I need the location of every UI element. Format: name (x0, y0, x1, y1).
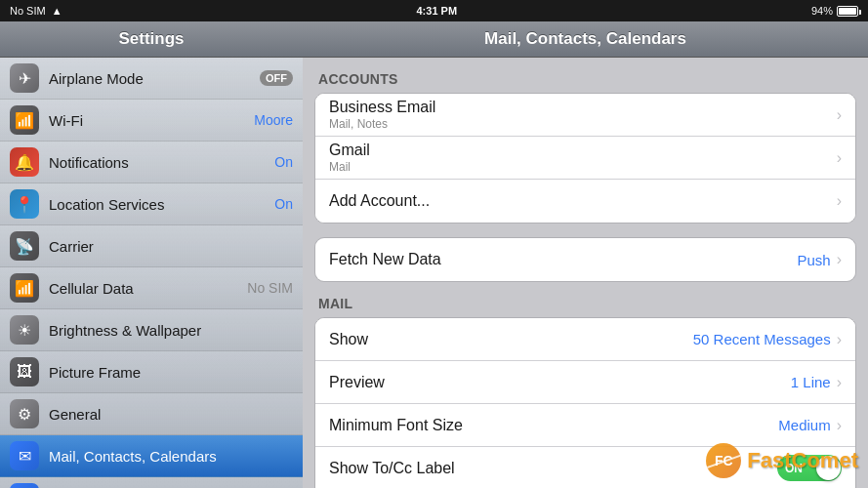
setting-row-business-email[interactable]: Business EmailMail, Notes› (315, 94, 855, 137)
sidebar-item-location-services[interactable]: 📍Location ServicesOn (0, 183, 303, 225)
carrier-label: Carrier (49, 238, 293, 255)
right-panel-title: Mail, Contacts, Calendars (303, 21, 868, 58)
status-bar: No SIM ▲ 4:31 PM 94% (0, 0, 868, 21)
safari-icon: 🧭 (10, 483, 39, 488)
cellular-data-value: No SIM (247, 280, 293, 296)
section-group-fetch-new-data: Fetch New DataPush› (314, 237, 856, 282)
watermark: FC FastComet (706, 443, 858, 478)
business-email-chevron: › (837, 106, 842, 124)
sidebar: Settings ✈Airplane ModeOFF📶Wi-FiMoore🔔No… (0, 21, 303, 488)
preview-chevron: › (837, 374, 842, 391)
battery-icon (837, 6, 858, 17)
wifi-label: Wi-Fi (49, 112, 254, 129)
add-account-label: Add Account... (329, 192, 837, 210)
battery-label: 94% (811, 5, 833, 17)
cellular-data-label: Cellular Data (49, 280, 247, 297)
sidebar-item-mail-contacts-calendars[interactable]: ✉Mail, Contacts, Calendars (0, 435, 303, 477)
right-content: AccountsBusiness EmailMail, Notes›GmailM… (303, 58, 868, 488)
business-email-sublabel: Mail, Notes (329, 117, 837, 131)
watermark-icon: FC (706, 443, 741, 478)
brightness-wallpaper-icon: ☀ (10, 315, 39, 345)
status-left: No SIM ▲ (10, 5, 62, 17)
fetch-new-data-row-value: Push (797, 252, 830, 268)
preview-value: 1 Line (791, 374, 831, 390)
show-value: 50 Recent Messages (693, 331, 831, 347)
sidebar-item-notifications[interactable]: 🔔NotificationsOn (0, 142, 303, 183)
fetch-new-data-row-chevron: › (837, 251, 842, 268)
wifi-value: Moore (254, 112, 293, 128)
preview-label: Preview (329, 374, 791, 391)
setting-row-minimum-font-size[interactable]: Minimum Font SizeMedium› (315, 404, 855, 447)
sidebar-item-carrier[interactable]: 📡Carrier (0, 225, 303, 267)
wifi-icon: ▲ (52, 5, 62, 17)
fetch-new-data-row-label: Fetch New Data (329, 251, 797, 268)
setting-row-fetch-new-data-row[interactable]: Fetch New DataPush› (315, 238, 855, 281)
sidebar-item-picture-frame[interactable]: 🖼Picture Frame (0, 351, 303, 393)
section-title-mail: Mail (314, 296, 856, 311)
business-email-label: Business Email (329, 99, 837, 116)
location-services-label: Location Services (49, 196, 274, 213)
general-icon: ⚙ (10, 399, 39, 428)
show-chevron: › (837, 331, 842, 348)
location-services-value: On (274, 196, 293, 212)
sidebar-item-safari[interactable]: 🧭Safari (0, 477, 303, 488)
minimum-font-size-value: Medium (778, 417, 830, 433)
main-area: Settings ✈Airplane ModeOFF📶Wi-FiMoore🔔No… (0, 21, 868, 488)
mail-contacts-calendars-icon: ✉ (10, 441, 39, 470)
section-title-accounts: Accounts (314, 71, 856, 87)
gmail-chevron: › (837, 149, 842, 167)
show-label: Show (329, 331, 693, 348)
airplane-mode-value: OFF (260, 70, 293, 86)
wifi-icon: 📶 (10, 105, 39, 135)
sidebar-items: ✈Airplane ModeOFF📶Wi-FiMoore🔔Notificatio… (0, 58, 303, 488)
minimum-font-size-chevron: › (837, 417, 842, 434)
setting-row-add-account[interactable]: Add Account...› (315, 180, 855, 223)
general-label: General (49, 406, 293, 423)
watermark-label: FastComet (747, 448, 858, 473)
setting-row-preview[interactable]: Preview1 Line› (315, 361, 855, 404)
carrier-label: No SIM (10, 5, 46, 17)
gmail-label: Gmail (329, 142, 837, 159)
mail-contacts-calendars-label: Mail, Contacts, Calendars (49, 448, 293, 465)
add-account-chevron: › (837, 192, 842, 210)
section-group-accounts: Business EmailMail, Notes›GmailMail›Add … (314, 93, 856, 224)
notifications-icon: 🔔 (10, 147, 39, 177)
picture-frame-icon: 🖼 (10, 357, 39, 386)
notifications-value: On (274, 154, 293, 170)
watermark-fast: Fast (747, 448, 791, 472)
minimum-font-size-label: Minimum Font Size (329, 417, 778, 434)
right-panel: Mail, Contacts, Calendars AccountsBusine… (303, 21, 868, 488)
airplane-mode-label: Airplane Mode (49, 70, 260, 87)
notifications-label: Notifications (49, 154, 274, 171)
watermark-comet: Comet (792, 448, 858, 472)
status-time: 4:31 PM (416, 5, 457, 17)
sidebar-item-wifi[interactable]: 📶Wi-FiMoore (0, 100, 303, 142)
sidebar-item-general[interactable]: ⚙General (0, 393, 303, 435)
brightness-wallpaper-label: Brightness & Wallpaper (49, 322, 293, 339)
sidebar-title: Settings (0, 21, 303, 58)
status-right: 94% (811, 5, 858, 17)
setting-row-show[interactable]: Show50 Recent Messages› (315, 318, 855, 361)
airplane-mode-icon: ✈ (10, 63, 39, 93)
carrier-icon: 📡 (10, 231, 39, 261)
sidebar-item-cellular-data[interactable]: 📶Cellular DataNo SIM (0, 267, 303, 309)
sidebar-item-brightness-wallpaper[interactable]: ☀Brightness & Wallpaper (0, 309, 303, 351)
cellular-data-icon: 📶 (10, 273, 39, 303)
setting-row-gmail[interactable]: GmailMail› (315, 137, 855, 180)
picture-frame-label: Picture Frame (49, 364, 293, 381)
sidebar-item-airplane-mode[interactable]: ✈Airplane ModeOFF (0, 58, 303, 100)
location-services-icon: 📍 (10, 189, 39, 219)
gmail-sublabel: Mail (329, 160, 837, 174)
